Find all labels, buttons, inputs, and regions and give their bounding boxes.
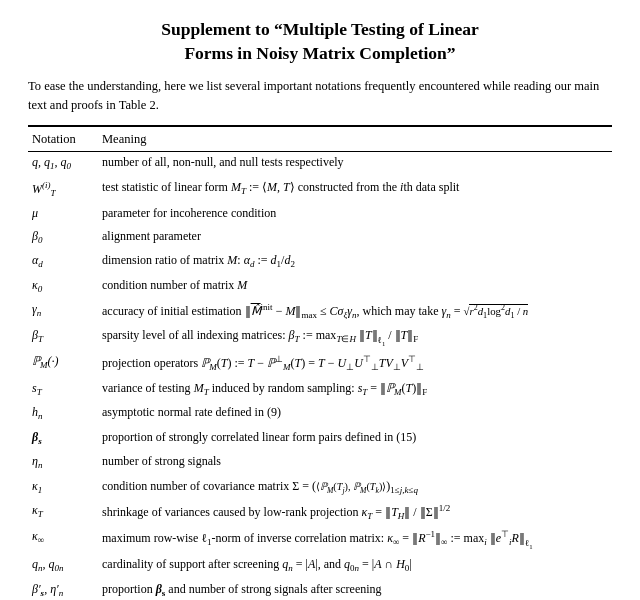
meaning-cell: dimension ratio of matrix M: αd := d1/d2 (98, 250, 612, 274)
title-line1: Supplement to “Multiple Testing of Linea… (161, 19, 478, 39)
col2-header: Meaning (98, 126, 612, 152)
table-row: κTshrinkage of variances caused by low-r… (28, 499, 612, 525)
meaning-cell: condition number of covariance matrix Σ … (98, 475, 612, 499)
table-row: β′s, η′nproportion βs and number of stro… (28, 578, 612, 600)
meaning-cell: projection operators ℙM(T) := T − ℙ⊥M(T)… (98, 351, 612, 377)
table-row: ηnnumber of strong signals (28, 451, 612, 475)
notation-cell: βs (28, 426, 98, 450)
notation-table: Notation Meaning q, q1, q0number of all,… (28, 125, 612, 600)
meaning-cell: shrinkage of variances caused by low-ran… (98, 499, 612, 525)
notation-cell: W(i)T (28, 176, 98, 202)
notation-cell: sT (28, 377, 98, 401)
title: Supplement to “Multiple Testing of Linea… (28, 18, 612, 65)
meaning-cell: proportion βs and number of strong signa… (98, 578, 612, 600)
table-row: μparameter for incoherence condition (28, 203, 612, 225)
meaning-cell: condition number of matrix M (98, 274, 612, 298)
table-row: αddimension ratio of matrix M: αd := d1/… (28, 250, 612, 274)
notation-cell: β′s, η′n (28, 578, 98, 600)
table-row: W(i)Ttest statistic of linear form MT :=… (28, 176, 612, 202)
title-line2: Forms in Noisy Matrix Completion” (184, 43, 455, 63)
notation-cell: κ∞ (28, 526, 98, 554)
intro-text: To ease the understanding, here we list … (28, 77, 612, 115)
table-row: sTvariance of testing MT induced by rand… (28, 377, 612, 401)
table-row: βsproportion of strongly correlated line… (28, 426, 612, 450)
notation-cell: qn, q0n (28, 554, 98, 578)
notation-cell: αd (28, 250, 98, 274)
table-row: κ∞maximum row-wise ℓ1-norm of inverse co… (28, 526, 612, 554)
meaning-cell: alignment parameter (98, 225, 612, 249)
meaning-cell: test statistic of linear form MT := ⟨M, … (98, 176, 612, 202)
notation-cell: β0 (28, 225, 98, 249)
meaning-cell: maximum row-wise ℓ1-norm of inverse corr… (98, 526, 612, 554)
notation-cell: ηn (28, 451, 98, 475)
notation-cell: βT (28, 325, 98, 351)
notation-cell: γn (28, 298, 98, 324)
meaning-cell: accuracy of initial estimation ‖M̂init −… (98, 298, 612, 324)
table-row: ℙM(·)projection operators ℙM(T) := T − ℙ… (28, 351, 612, 377)
table-row: β0alignment parameter (28, 225, 612, 249)
meaning-cell: cardinality of support after screening q… (98, 554, 612, 578)
table-row: βTsparsity level of all indexing matrice… (28, 325, 612, 351)
meaning-cell: variance of testing MT induced by random… (98, 377, 612, 401)
col1-header: Notation (28, 126, 98, 152)
notation-cell: q, q1, q0 (28, 151, 98, 176)
meaning-cell: parameter for incoherence condition (98, 203, 612, 225)
table-row: κ1condition number of covariance matrix … (28, 475, 612, 499)
meaning-cell: proportion of strongly correlated linear… (98, 426, 612, 450)
meaning-cell: asymptotic normal rate defined in (9) (98, 402, 612, 426)
table-row: κ0condition number of matrix M (28, 274, 612, 298)
table-row: qn, q0ncardinality of support after scre… (28, 554, 612, 578)
meaning-cell: number of strong signals (98, 451, 612, 475)
notation-cell: hn (28, 402, 98, 426)
table-row: q, q1, q0number of all, non-null, and nu… (28, 151, 612, 176)
notation-cell: κT (28, 499, 98, 525)
meaning-cell: sparsity level of all indexing matrices:… (98, 325, 612, 351)
notation-cell: μ (28, 203, 98, 225)
table-row: hnasymptotic normal rate defined in (9) (28, 402, 612, 426)
notation-cell: κ1 (28, 475, 98, 499)
table-row: γnaccuracy of initial estimation ‖M̂init… (28, 298, 612, 324)
notation-cell: κ0 (28, 274, 98, 298)
notation-cell: ℙM(·) (28, 351, 98, 377)
meaning-cell: number of all, non-null, and null tests … (98, 151, 612, 176)
